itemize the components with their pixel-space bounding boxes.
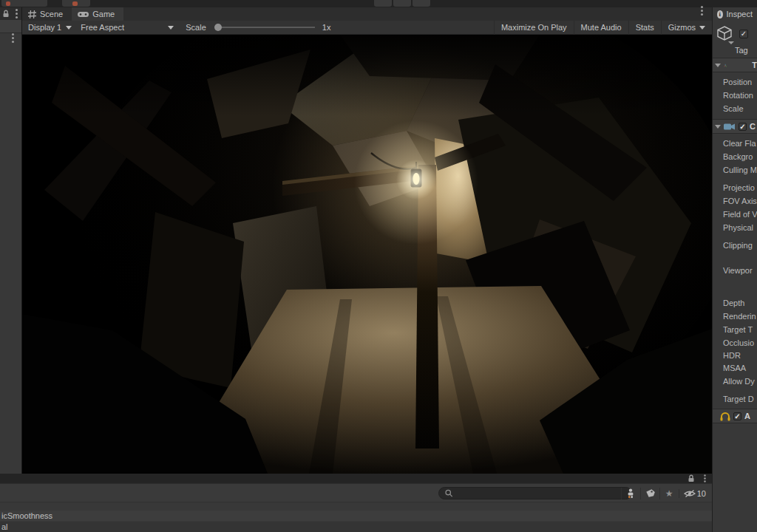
scale-slider[interactable]: [215, 27, 315, 28]
maximize-on-play-button[interactable]: Maximize On Play: [494, 21, 574, 35]
tab-game-label: Game: [92, 10, 115, 18]
camera-component-header[interactable]: ✓ C: [713, 119, 757, 134]
left-panel-toolbar-edge: [0, 20, 21, 33]
play-button[interactable]: [374, 0, 392, 7]
scale-value: 1x: [322, 23, 331, 32]
snap-toggle-button[interactable]: [62, 0, 90, 7]
headphones-icon: [720, 412, 730, 421]
left-panel-tab-strip: [0, 7, 21, 20]
pause-button[interactable]: [393, 0, 411, 7]
kebab-menu-icon[interactable]: [12, 37, 14, 39]
foldout-arrow-icon[interactable]: [715, 64, 721, 67]
kebab-menu-icon[interactable]: [701, 10, 703, 12]
audio-listener-enabled-checkbox[interactable]: ✓: [733, 412, 741, 420]
game-panel: Scene Game Display 1 Free Aspect S: [22, 7, 712, 474]
fov-axis-label: FOV Axis: [723, 195, 757, 207]
hdr-label: HDR: [723, 349, 741, 361]
project-asset-list: icSmoothness al: [0, 503, 712, 532]
figure-icon: [626, 488, 635, 498]
rotation-label: Rotation: [723, 89, 753, 101]
scale-label: Scale: [186, 23, 206, 32]
project-panel-tab-strip: [0, 474, 712, 483]
audio-listener-component-header[interactable]: ✓ A: [713, 409, 757, 423]
kebab-menu-icon[interactable]: [16, 13, 18, 15]
gameobject-icon-dropdown[interactable]: [716, 25, 734, 46]
unity-editor-window: Scene Game Display 1 Free Aspect S: [0, 0, 757, 532]
info-icon: i: [717, 10, 723, 18]
tab-scene-label: Scene: [40, 10, 63, 18]
asset-row[interactable]: icSmoothness: [0, 511, 712, 521]
left-panel-edge: [0, 7, 22, 477]
tab-scene[interactable]: Scene: [22, 7, 72, 21]
eye-slash-icon: [684, 489, 696, 498]
scale-slider-handle[interactable]: [214, 24, 222, 31]
target-texture-label: Target T: [723, 324, 753, 335]
position-label: Position: [723, 76, 752, 88]
save-search-button[interactable]: ★: [659, 488, 679, 499]
kebab-menu-icon[interactable]: [704, 477, 705, 479]
background-label: Backgro: [723, 151, 753, 163]
axis-tool-icon: [724, 60, 727, 71]
search-filter-icons: ★ 10: [621, 485, 709, 501]
clear-flags-label: Clear Fla: [723, 137, 756, 149]
aspect-ratio-dropdown[interactable]: Free Aspect: [76, 21, 178, 35]
hidden-packages-toggle[interactable]: 10: [679, 489, 709, 498]
grid-icon: [28, 10, 36, 18]
tag-label: Tag: [735, 44, 748, 56]
mute-audio-button[interactable]: Mute Audio: [574, 21, 628, 35]
tab-game[interactable]: Game: [72, 7, 123, 21]
cave-scene: [22, 35, 712, 474]
game-toolbar-right-group: Maximize On Play Mute Audio Stats Gizmos: [494, 21, 712, 35]
project-panel: ★ 10 icSmoothness al: [0, 474, 712, 532]
msaa-label: MSAA: [723, 362, 746, 374]
gizmos-label: Gizmos: [668, 23, 696, 32]
tab-inspector-label: Inspect: [727, 10, 753, 18]
magnifier-icon: [445, 489, 452, 497]
project-search-toolbar: ★ 10: [0, 483, 712, 502]
display-dropdown[interactable]: Display 1: [24, 21, 76, 35]
physical-camera-label: Physical: [723, 222, 753, 233]
gizmos-dropdown[interactable]: Gizmos: [661, 21, 712, 35]
grid-snap-icon: [72, 1, 78, 6]
view-tab-bar: Scene Game: [22, 7, 712, 21]
stats-button[interactable]: Stats: [628, 21, 661, 35]
display-dropdown-label: Display 1: [28, 23, 61, 32]
foldout-arrow-icon[interactable]: [715, 125, 721, 129]
asset-row[interactable]: al: [0, 522, 712, 532]
camera-enabled-checkbox[interactable]: ✓: [739, 123, 747, 131]
search-box[interactable]: [438, 487, 632, 499]
main-toolbar-edge: [0, 0, 757, 7]
search-by-label-button[interactable]: [640, 488, 659, 499]
transform-title: T: [752, 61, 757, 69]
audio-listener-title: A: [744, 412, 750, 420]
lock-icon[interactable]: [688, 474, 695, 482]
chevron-down-icon: [168, 26, 174, 30]
inspector-panel: i Inspect ✓ Tag T: [712, 7, 757, 532]
gameobject-active-checkbox[interactable]: ✓: [739, 30, 748, 38]
chevron-down-icon: [699, 26, 705, 30]
transform-component-header[interactable]: T: [713, 58, 757, 72]
chevron-down-icon: [66, 26, 72, 30]
tag-icon: [645, 488, 655, 498]
asset-name: icSmoothness: [1, 511, 52, 520]
hidden-count-value: 10: [697, 489, 706, 498]
lock-icon[interactable]: [2, 10, 10, 18]
game-view-toolbar: Display 1 Free Aspect Scale 1x Maximize …: [22, 21, 712, 35]
tab-inspector[interactable]: i Inspect: [713, 7, 757, 21]
stats-label: Stats: [636, 23, 654, 32]
game-viewport-render[interactable]: [22, 35, 712, 474]
cube-icon: [716, 25, 734, 44]
inspector-tab-bar: i Inspect: [713, 7, 757, 21]
camera-title: C: [750, 122, 756, 131]
camera-icon: [724, 123, 736, 131]
target-display-label: Target D: [723, 393, 754, 405]
star-icon: ★: [665, 489, 673, 498]
allow-dynamic-resolution-label: Allow Dy: [723, 375, 755, 387]
step-button[interactable]: [413, 0, 430, 7]
mute-audio-label: Mute Audio: [581, 23, 622, 32]
rendering-path-label: Renderin: [723, 310, 756, 322]
search-input[interactable]: [456, 489, 625, 498]
pivot-toggle-button[interactable]: [1, 0, 47, 7]
depth-label: Depth: [723, 297, 744, 309]
search-by-type-button[interactable]: [621, 488, 640, 499]
